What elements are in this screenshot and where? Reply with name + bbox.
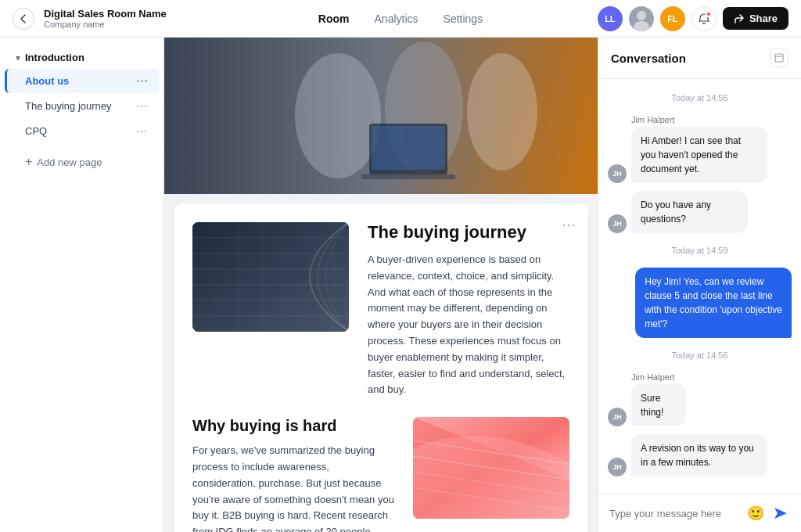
avatar-jh: JH [608, 164, 627, 183]
svg-point-1 [634, 21, 649, 31]
why-text: Why buying is hard For years, we've summ… [192, 417, 394, 532]
app-title: Digital Sales Room Name Company name [44, 8, 167, 29]
avatar-jh: JH [608, 408, 627, 426]
buying-journey-title: The buying journey [368, 222, 569, 243]
back-button[interactable] [13, 8, 34, 30]
sidebar-item-cpq[interactable]: CPQ ⋯ [5, 119, 159, 143]
message-content-sent: Hey Jim! Yes, can we review clause 5 and… [608, 268, 792, 338]
avatar-jh: JH [608, 214, 627, 233]
app-title-subtitle: Company name [44, 20, 167, 29]
nav-tabs: Room Analytics Settings [307, 8, 494, 30]
message-row: JH A revision on its way to you in a few… [608, 434, 792, 476]
add-page-label: Add new page [37, 156, 102, 168]
svg-rect-8 [361, 174, 455, 179]
timestamp-1: Today at 14:56 [608, 93, 792, 102]
app-title-name: Digital Sales Room Name [44, 8, 167, 20]
buying-journey-content: The buying journey A buyer-driven experi… [192, 222, 569, 398]
send-button[interactable] [770, 502, 790, 524]
avatar-ll[interactable]: LL [598, 6, 623, 31]
avatar-jh: JH [608, 458, 627, 476]
sidebar-section-header[interactable]: ▾ Introduction [5, 47, 159, 68]
tab-settings[interactable]: Settings [433, 8, 494, 30]
collapse-button[interactable] [770, 49, 788, 67]
timestamp-3: Today at 14:56 [608, 350, 792, 360]
buying-journey-body: A buyer-driven experience is based on re… [368, 252, 569, 398]
main-layout: ▾ Introduction About us ⋯ The buying jou… [0, 38, 801, 532]
message-input[interactable] [609, 508, 741, 519]
tab-analytics[interactable]: Analytics [364, 8, 429, 30]
why-section: Why buying is hard For years, we've summ… [192, 417, 569, 532]
svg-rect-27 [775, 54, 783, 62]
why-title: Why buying is hard [192, 417, 394, 435]
notification-button[interactable] [691, 6, 717, 31]
sidebar: ▾ Introduction About us ⋯ The buying jou… [0, 38, 164, 532]
plus-icon: + [25, 155, 32, 169]
svg-point-5 [467, 53, 537, 171]
building-image [192, 222, 349, 332]
abstract-image [413, 417, 569, 519]
message-bubble: Do you have any questions? [631, 191, 748, 233]
share-button[interactable]: Share [723, 7, 788, 30]
dots-menu-icon[interactable]: ⋯ [135, 99, 148, 113]
svg-point-3 [295, 53, 381, 178]
sidebar-item-label: The buying journey [25, 100, 112, 112]
sidebar-item-label: CPQ [25, 125, 47, 137]
svg-rect-7 [372, 126, 445, 170]
nav-right: LL FL Share [494, 6, 788, 31]
chevron-down-icon: ▾ [16, 52, 20, 63]
svg-point-0 [637, 11, 646, 20]
buying-text: The buying journey A buyer-driven experi… [368, 222, 569, 398]
message-bubble-sent: Hey Jim! Yes, can we review clause 5 and… [635, 268, 792, 338]
section-label: Introduction [25, 52, 84, 63]
sidebar-item-about-us[interactable]: About us ⋯ [5, 69, 159, 93]
message-content: Jim Halpert Hi Amber! I can see that you… [631, 115, 792, 183]
why-body: For years, we've summarized the buying p… [192, 443, 394, 532]
card-menu-icon[interactable]: ⋯ [562, 216, 576, 233]
hero-image [164, 38, 598, 194]
hero-overlay [164, 38, 598, 194]
message-row: JH Do you have any questions? [608, 191, 792, 233]
message-row: JH Jim Halpert Hi Amber! I can see that … [608, 115, 792, 183]
conversation-title: Conversation [611, 52, 686, 65]
message-bubble: Sure thing! [631, 384, 686, 426]
dots-menu-icon[interactable]: ⋯ [135, 74, 148, 88]
msg-sender: Jim Halpert [631, 372, 695, 382]
message-content: Jim Halpert Sure thing! [631, 372, 695, 426]
buying-journey-card: ⋯ [174, 203, 588, 532]
message-content: A revision on its way to you in a few mi… [631, 434, 792, 476]
emoji-button[interactable]: 🙂 [747, 505, 764, 522]
content-area: ⋯ [164, 38, 598, 532]
sidebar-section-introduction: ▾ Introduction About us ⋯ The buying jou… [0, 47, 163, 144]
message-list: Today at 14:56 JH Jim Halpert Hi Amber! … [598, 79, 801, 494]
message-row: JH Jim Halpert Sure thing! [608, 372, 792, 426]
sidebar-item-buying-journey[interactable]: The buying journey ⋯ [5, 94, 159, 118]
message-row-sent: Hey Jim! Yes, can we review clause 5 and… [608, 268, 792, 338]
sidebar-item-label: About us [25, 75, 69, 87]
message-content: Do you have any questions? [631, 191, 768, 233]
add-page-button[interactable]: + Add new page [5, 149, 159, 175]
dots-menu-icon[interactable]: ⋯ [135, 124, 148, 138]
cards-area: ⋯ [164, 194, 598, 532]
nav-left: Digital Sales Room Name Company name [13, 8, 307, 30]
tab-room[interactable]: Room [307, 8, 361, 30]
message-input-area: 🙂 [598, 494, 801, 532]
avatar-photo[interactable] [629, 6, 654, 31]
message-bubble: A revision on its way to you in a few mi… [631, 434, 767, 476]
conversation-panel: Conversation Today at 14:56 JH Jim Halpe… [598, 38, 801, 532]
msg-sender: Jim Halpert [631, 115, 792, 124]
top-navigation: Digital Sales Room Name Company name Roo… [0, 0, 801, 38]
share-label: Share [749, 13, 778, 24]
avatar-fl[interactable]: FL [660, 6, 685, 31]
conversation-header: Conversation [598, 38, 801, 79]
timestamp-2: Today at 14:59 [608, 246, 792, 255]
notification-dot [706, 11, 712, 17]
message-bubble: Hi Amber! I can see that you haven't ope… [631, 127, 767, 183]
